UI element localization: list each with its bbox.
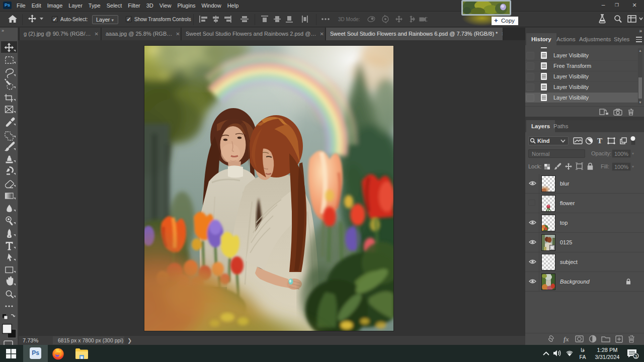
- svg-text:T: T: [597, 137, 602, 145]
- svg-text:3: 3: [634, 353, 637, 359]
- svg-text:fx: fx: [564, 335, 569, 343]
- svg-text:Kind: Kind: [537, 138, 549, 144]
